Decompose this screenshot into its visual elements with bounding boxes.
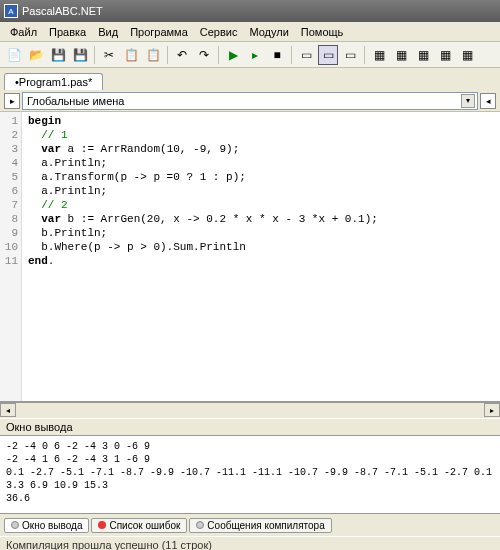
tab-output[interactable]: Окно вывода xyxy=(4,518,89,533)
tab-errors-label: Список ошибок xyxy=(109,520,180,531)
paste-icon[interactable]: 📋 xyxy=(143,45,163,65)
tab-compiler-dot-icon xyxy=(196,521,204,529)
menu-service[interactable]: Сервис xyxy=(194,24,244,40)
panel1-icon[interactable]: ▭ xyxy=(296,45,316,65)
toolbar-separator xyxy=(291,46,292,64)
scroll-track[interactable] xyxy=(16,403,484,418)
editor-tabs: •Program1.pas* xyxy=(0,68,500,90)
menu-modules[interactable]: Модули xyxy=(243,24,294,40)
toolbar-separator xyxy=(218,46,219,64)
scope-row: ▸ Глобальные имена ▾ ◂ xyxy=(0,90,500,112)
menu-help[interactable]: Помощь xyxy=(295,24,350,40)
menu-file[interactable]: Файл xyxy=(4,24,43,40)
save-icon[interactable]: 💾 xyxy=(48,45,68,65)
tool3-icon[interactable]: ▦ xyxy=(413,45,433,65)
tab-errors[interactable]: Список ошибок xyxy=(91,518,187,533)
panel3-icon[interactable]: ▭ xyxy=(340,45,360,65)
menu-view[interactable]: Вид xyxy=(92,24,124,40)
scope-label: Глобальные имена xyxy=(27,95,125,107)
save-all-icon[interactable]: 💾 xyxy=(70,45,90,65)
run-icon[interactable]: ▶ xyxy=(223,45,243,65)
menu-edit[interactable]: Правка xyxy=(43,24,92,40)
output-title: Окно вывода xyxy=(0,418,500,436)
app-icon: A xyxy=(4,4,18,18)
stop-icon[interactable]: ■ xyxy=(267,45,287,65)
scope-toggle-icon[interactable]: ▸ xyxy=(4,93,20,109)
open-file-icon[interactable]: 📂 xyxy=(26,45,46,65)
tool5-icon[interactable]: ▦ xyxy=(457,45,477,65)
scope-combo[interactable]: Глобальные имена ▾ xyxy=(22,92,478,110)
tab-program1[interactable]: •Program1.pas* xyxy=(4,73,103,90)
tab-output-dot-icon xyxy=(11,521,19,529)
code-area[interactable]: begin // 1 var a := ArrRandom(10, -9, 9)… xyxy=(22,112,500,401)
line-gutter: 1234567891011 xyxy=(0,112,22,401)
tool2-icon[interactable]: ▦ xyxy=(391,45,411,65)
scroll-right-icon[interactable]: ▸ xyxy=(484,403,500,417)
chevron-down-icon[interactable]: ▾ xyxy=(461,94,475,108)
tab-output-label: Окно вывода xyxy=(22,520,82,531)
toolbar: 📄 📂 💾 💾 ✂ 📋 📋 ↶ ↷ ▶ ▸ ■ ▭ ▭ ▭ ▦ ▦ ▦ ▦ ▦ xyxy=(0,42,500,68)
tool4-icon[interactable]: ▦ xyxy=(435,45,455,65)
toolbar-separator xyxy=(94,46,95,64)
cut-icon[interactable]: ✂ xyxy=(99,45,119,65)
h-scrollbar[interactable]: ◂ ▸ xyxy=(0,402,500,418)
menu-program[interactable]: Программа xyxy=(124,24,194,40)
tool1-icon[interactable]: ▦ xyxy=(369,45,389,65)
output-panel[interactable]: -2 -4 0 6 -2 -4 3 0 -6 9 -2 -4 1 6 -2 -4… xyxy=(0,436,500,514)
undo-icon[interactable]: ↶ xyxy=(172,45,192,65)
bottom-tabs: Окно вывода Список ошибок Сообщения комп… xyxy=(0,514,500,536)
toolbar-separator xyxy=(364,46,365,64)
menu-bar: Файл Правка Вид Программа Сервис Модули … xyxy=(0,22,500,42)
redo-icon[interactable]: ↷ xyxy=(194,45,214,65)
tab-compiler[interactable]: Сообщения компилятора xyxy=(189,518,331,533)
scroll-left-icon[interactable]: ◂ xyxy=(0,403,16,417)
new-file-icon[interactable]: 📄 xyxy=(4,45,24,65)
code-editor[interactable]: 1234567891011 begin // 1 var a := ArrRan… xyxy=(0,112,500,402)
step-icon[interactable]: ▸ xyxy=(245,45,265,65)
title-bar: A PascalABC.NET xyxy=(0,0,500,22)
panel2-icon[interactable]: ▭ xyxy=(318,45,338,65)
tab-compiler-label: Сообщения компилятора xyxy=(207,520,324,531)
window-title: PascalABC.NET xyxy=(22,5,103,17)
scope-nav-icon[interactable]: ◂ xyxy=(480,93,496,109)
toolbar-separator xyxy=(167,46,168,64)
status-bar: Компиляция прошла успешно (11 строк) xyxy=(0,536,500,550)
tab-errors-dot-icon xyxy=(98,521,106,529)
copy-icon[interactable]: 📋 xyxy=(121,45,141,65)
